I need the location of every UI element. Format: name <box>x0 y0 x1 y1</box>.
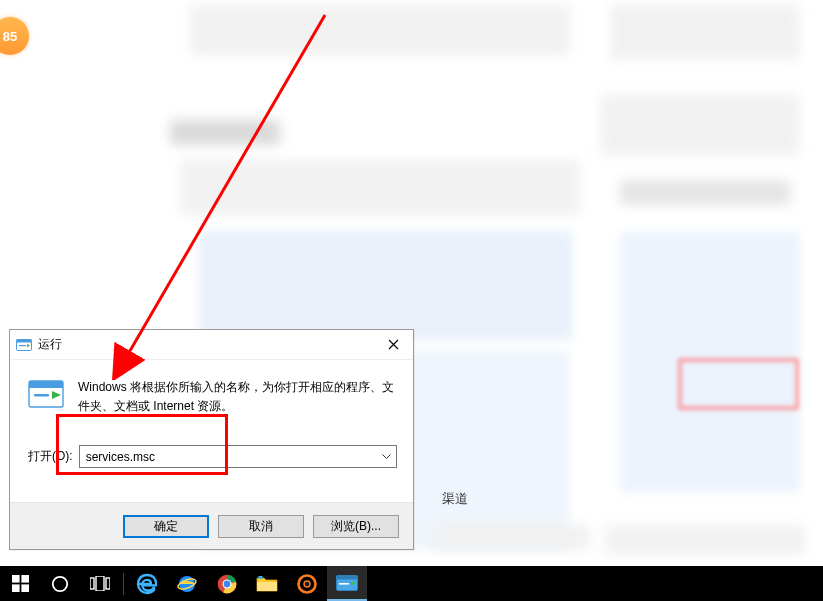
svg-rect-10 <box>21 584 29 592</box>
svg-point-23 <box>304 581 310 587</box>
blurred-content <box>600 95 800 155</box>
svg-rect-12 <box>90 578 94 589</box>
taskbar-app-active[interactable] <box>327 566 367 601</box>
cancel-button[interactable]: 取消 <box>218 515 304 538</box>
open-input[interactable] <box>79 445 397 468</box>
open-label: 打开(O): <box>28 448 73 465</box>
blurred-content <box>170 120 280 145</box>
svg-point-19 <box>224 580 231 587</box>
run-dialog: 运行 Windows 将根据你所输入的名称，为你打开相应的程序、文件夹、文档或 … <box>9 329 414 550</box>
svg-rect-4 <box>29 381 63 388</box>
blurred-label: 渠道 <box>442 490 468 508</box>
start-button[interactable] <box>0 566 40 601</box>
svg-rect-7 <box>12 575 20 583</box>
badge-value: 85 <box>3 29 17 44</box>
svg-point-11 <box>53 576 67 590</box>
taskbar-app-edge[interactable] <box>127 566 167 601</box>
chevron-down-icon[interactable] <box>378 448 394 465</box>
run-dialog-description: Windows 将根据你所输入的名称，为你打开相应的程序、文件夹、文档或 Int… <box>78 378 397 415</box>
run-dialog-titlebar: 运行 <box>10 330 413 360</box>
svg-rect-5 <box>34 394 49 397</box>
windows-start-icon <box>12 575 29 592</box>
run-dialog-title: 运行 <box>38 336 62 353</box>
taskbar <box>0 566 823 601</box>
svg-rect-26 <box>339 583 349 585</box>
chrome-icon <box>217 574 237 594</box>
close-icon <box>388 339 399 350</box>
file-explorer-icon <box>256 575 278 593</box>
run-icon <box>28 380 64 412</box>
taskbar-app-orange[interactable] <box>287 566 327 601</box>
badge-overlay: 85 <box>0 17 29 55</box>
ie-icon <box>176 573 198 595</box>
taskbar-app-chrome[interactable] <box>207 566 247 601</box>
svg-rect-1 <box>17 339 32 342</box>
blurred-content <box>190 5 570 55</box>
svg-rect-2 <box>19 345 26 346</box>
svg-rect-14 <box>106 578 110 589</box>
svg-rect-20 <box>257 582 277 591</box>
svg-rect-13 <box>96 576 104 591</box>
browse-button[interactable]: 浏览(B)... <box>313 515 399 538</box>
blurred-content <box>200 232 572 339</box>
svg-rect-9 <box>12 584 20 592</box>
taskbar-app-file-explorer[interactable] <box>247 566 287 601</box>
app-light-icon <box>336 575 358 591</box>
ok-button[interactable]: 确定 <box>123 515 209 538</box>
task-view-icon <box>90 576 110 591</box>
blurred-content <box>180 160 580 215</box>
run-icon <box>16 339 32 351</box>
open-combobox[interactable] <box>79 445 397 468</box>
edge-icon <box>136 573 158 595</box>
cortana-button[interactable] <box>40 566 80 601</box>
run-dialog-buttons: 确定 取消 浏览(B)... <box>10 502 413 549</box>
task-view-button[interactable] <box>80 566 120 601</box>
svg-rect-25 <box>337 575 358 579</box>
blurred-content <box>610 5 800 60</box>
blurred-content <box>430 525 590 550</box>
blurred-content <box>620 180 790 205</box>
svg-rect-8 <box>21 575 29 583</box>
cortana-circle-icon <box>51 575 69 593</box>
taskbar-app-ie[interactable] <box>167 566 207 601</box>
app-orange-icon <box>297 574 317 594</box>
blurred-highlight <box>678 358 799 410</box>
blurred-content <box>605 525 805 555</box>
taskbar-separator <box>123 573 124 595</box>
close-button[interactable] <box>373 330 413 359</box>
svg-rect-21 <box>259 576 263 579</box>
